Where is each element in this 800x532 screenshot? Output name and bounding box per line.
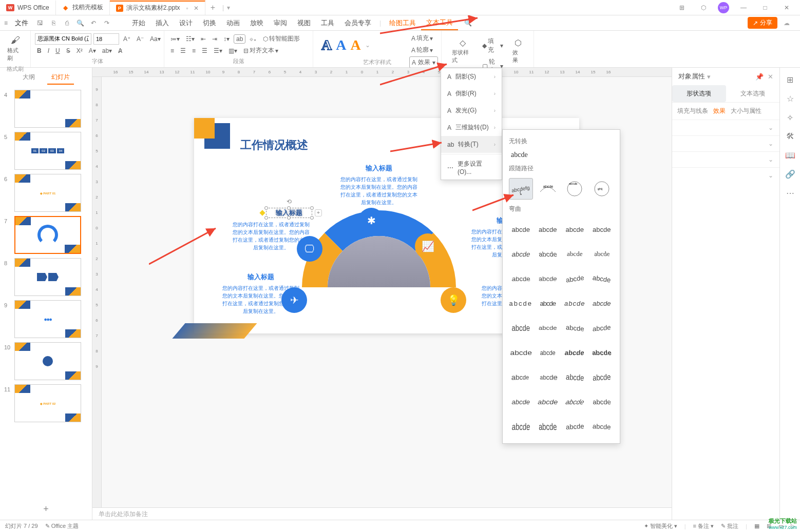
bold-icon[interactable]: B: [35, 46, 44, 55]
transform-option[interactable]: abcde: [590, 219, 614, 240]
arc-graphic[interactable]: [302, 210, 456, 364]
transform-option[interactable]: abcde: [590, 366, 614, 388]
network-icon[interactable]: ✱: [358, 208, 384, 233]
avatar[interactable]: WP: [718, 2, 729, 13]
text-options-tab[interactable]: 文本选项: [726, 85, 780, 102]
book-icon[interactable]: 📖: [785, 150, 795, 160]
resize-handle[interactable]: [287, 206, 291, 210]
transform-option[interactable]: abcde: [509, 268, 533, 289]
numbering-icon[interactable]: ☷▾: [184, 34, 197, 44]
tab-wps-office[interactable]: W WPS Office: [0, 1, 56, 15]
more-icon[interactable]: ⋯: [786, 188, 794, 198]
slide-thumbnail[interactable]: [14, 342, 81, 380]
line-spacing-icon[interactable]: ↕▾: [221, 34, 232, 44]
export-icon[interactable]: ⎘: [49, 19, 58, 27]
transform-option[interactable]: abcde: [590, 292, 614, 314]
collapse-row[interactable]: ⌄: [672, 167, 779, 183]
indent-left-icon[interactable]: ⇤: [199, 34, 208, 44]
block-title[interactable]: 输入标题: [222, 272, 299, 282]
effect-more-settings[interactable]: ⋯更多设置(O)...: [441, 155, 502, 180]
star-icon[interactable]: ☆: [787, 94, 794, 104]
text-direction-icon[interactable]: ⟐▾: [247, 34, 259, 44]
increase-font-icon[interactable]: A⁺: [121, 34, 132, 44]
distribute-icon[interactable]: ☰▾: [212, 46, 224, 55]
align-text-button[interactable]: ⊟ 对齐文本▾: [241, 45, 280, 56]
resize-handle[interactable]: [310, 206, 314, 210]
menu-review[interactable]: 审阅: [269, 16, 292, 30]
smart-graphic-button[interactable]: ⬡ 转智能图形: [261, 33, 302, 44]
clip-icon[interactable]: 🔗: [785, 169, 795, 179]
transform-option[interactable]: abcde: [563, 366, 587, 388]
panel-icon[interactable]: ⊞: [675, 1, 689, 15]
slide-thumbnails[interactable]: 4 501020304 6◆ PART 01 7 8 9⬢⬢⬢ 10 11◆ P…: [0, 88, 92, 499]
redo-icon[interactable]: ↷: [102, 19, 111, 27]
menu-design[interactable]: 设计: [174, 16, 198, 30]
slide-thumbnail[interactable]: ◆ PART 01: [14, 174, 81, 212]
menu-home[interactable]: 开始: [127, 16, 150, 30]
transform-option[interactable]: abcde: [536, 178, 560, 200]
menu-member[interactable]: 会员专享: [339, 16, 376, 30]
transform-option[interactable]: abcde: [563, 342, 587, 363]
transform-option[interactable]: abcde: [590, 268, 614, 289]
tab-menu-icon[interactable]: ▫: [186, 5, 188, 12]
transform-option[interactable]: abcde: [563, 416, 587, 437]
save-icon[interactable]: 🖫: [35, 19, 45, 27]
align-center-icon[interactable]: ☰: [178, 46, 188, 55]
block-title[interactable]: 输入标题: [340, 163, 417, 173]
center-image[interactable]: [328, 236, 430, 339]
effect-shadow[interactable]: A阴影(S)›: [441, 68, 502, 85]
italic-icon[interactable]: I: [46, 46, 51, 55]
transform-option[interactable]: abcde: [563, 391, 587, 412]
decrease-font-icon[interactable]: A⁻: [135, 34, 146, 44]
horizontal-ruler[interactable]: 1615141312111098765432101234567891011121…: [92, 68, 672, 77]
font-size-select[interactable]: [93, 33, 119, 45]
slide-thumbnail[interactable]: 01020304: [14, 132, 81, 170]
transform-option[interactable]: abcde: [536, 219, 560, 240]
pin-icon[interactable]: 📌: [755, 73, 764, 81]
wordart-style-1[interactable]: A: [321, 37, 332, 53]
resize-handle[interactable]: [310, 216, 314, 220]
size-props-subtab[interactable]: 大小与属性: [731, 107, 761, 115]
menu-text-tools[interactable]: 文本工具: [421, 16, 458, 30]
tab-document[interactable]: P 演示文稿素材2.pptx ▫ ✕: [110, 1, 205, 15]
close-window-button[interactable]: ✕: [779, 1, 794, 15]
lightbulb-icon[interactable]: 💡: [441, 287, 466, 313]
menu-insert[interactable]: 插入: [150, 16, 174, 30]
align-left-icon[interactable]: ≡: [168, 46, 176, 55]
bullets-icon[interactable]: ≔▾: [168, 34, 182, 44]
highlight-icon[interactable]: ab▾: [100, 46, 114, 55]
transform-option[interactable]: abcde: [536, 366, 560, 388]
transform-option[interactable]: abcde: [590, 317, 614, 339]
slide-thumbnail-selected[interactable]: [14, 216, 81, 254]
transform-option[interactable]: abcde: [536, 416, 560, 437]
selected-textbox[interactable]: ⟲ + 输入标题: [266, 208, 312, 218]
transform-option[interactable]: abcde: [536, 391, 560, 412]
vertical-ruler[interactable]: 9876543210123456789: [92, 77, 102, 507]
strikethrough-icon[interactable]: S̶: [64, 46, 72, 55]
cloud-icon[interactable]: ☁: [784, 19, 790, 27]
effect-transform[interactable]: ab转换(T)›: [441, 136, 502, 153]
resize-handle[interactable]: [287, 216, 291, 220]
print-icon[interactable]: ⎙: [62, 19, 71, 27]
change-case-icon[interactable]: Aa▾: [148, 34, 163, 44]
rotate-handle-icon[interactable]: ⟲: [287, 198, 292, 205]
transform-option[interactable]: abcdefg⤹: [509, 178, 533, 200]
close-panel-icon[interactable]: ✕: [768, 73, 773, 81]
settings-icon[interactable]: ⊞: [787, 75, 793, 85]
slide-thumbnail[interactable]: ⬢⬢⬢: [14, 300, 81, 338]
transform-option[interactable]: abcde: [536, 243, 560, 265]
columns-icon[interactable]: ▥▾: [226, 46, 239, 55]
notes-input[interactable]: 单击此处添加备注: [92, 507, 672, 520]
font-name-select[interactable]: [35, 33, 91, 45]
transform-option[interactable]: abcde: [509, 292, 533, 314]
indent-right-icon[interactable]: ⇥: [210, 34, 219, 44]
theme-indicator[interactable]: ✎ Office 主题: [45, 522, 79, 530]
add-slide-button[interactable]: +: [0, 499, 92, 520]
menu-slideshow[interactable]: 放映: [245, 16, 269, 30]
search-icon[interactable]: 🔍: [464, 19, 472, 27]
slide-title[interactable]: 工作情况概述: [240, 137, 308, 153]
minimize-button[interactable]: —: [736, 1, 751, 15]
transform-option[interactable]: abcde: [590, 342, 614, 363]
dropdown-icon[interactable]: ▾: [707, 73, 711, 81]
align-justify-icon[interactable]: ☰: [200, 46, 209, 55]
